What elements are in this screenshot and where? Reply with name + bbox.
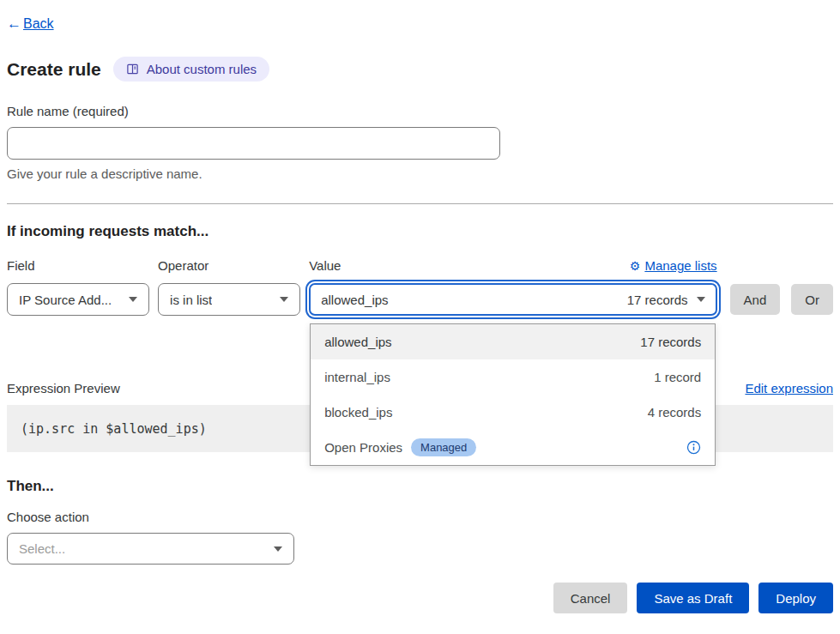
operator-select[interactable]: is in list (158, 283, 300, 316)
manage-lists-label: Manage lists (644, 258, 716, 273)
dropdown-option-allowed-ips[interactable]: allowed_ips 17 records (311, 324, 715, 359)
info-icon[interactable] (686, 440, 701, 455)
field-select-value: IP Source Add... (19, 293, 112, 307)
title-row: Create rule About custom rules (7, 57, 833, 82)
manage-lists-link[interactable]: ⚙ Manage lists (630, 258, 717, 273)
list-record-count: 4 records (648, 405, 702, 420)
value-dropdown-panel: allowed_ips 17 records internal_ips 1 re… (310, 323, 716, 466)
cancel-button[interactable]: Cancel (553, 583, 628, 613)
list-record-count: 17 records (640, 335, 701, 349)
expression-preview-label: Expression Preview (7, 381, 120, 395)
then-section-heading: Then... (7, 478, 833, 495)
back-link[interactable]: ← Back (7, 15, 54, 33)
list-name-group: Open Proxies Managed (324, 438, 476, 456)
list-name: Open Proxies (324, 440, 402, 455)
managed-badge: Managed (411, 438, 476, 456)
rule-name-label: Rule name (required) (7, 104, 833, 118)
or-button[interactable]: Or (791, 284, 833, 315)
value-select-record-count: 17 records (627, 293, 688, 307)
list-name: internal_ips (324, 370, 390, 384)
value-select-value: allowed_ips (321, 293, 388, 307)
back-link-label: Back (23, 16, 54, 32)
list-name: allowed_ips (324, 335, 391, 349)
value-select[interactable]: allowed_ips 17 records (309, 283, 716, 316)
footer-actions: Cancel Save as Draft Deploy (7, 583, 833, 613)
save-as-draft-button[interactable]: Save as Draft (637, 583, 749, 613)
book-icon (126, 63, 139, 75)
create-rule-page: ← Back Create rule About custom rules Ru… (0, 0, 840, 613)
and-button[interactable]: And (730, 284, 781, 315)
match-condition-row: Field IP Source Add... Operator is in li… (7, 258, 833, 316)
operator-column: Operator is in list (158, 258, 300, 316)
page-title: Create rule (7, 59, 101, 80)
chevron-down-icon (129, 297, 137, 302)
back-arrow-icon: ← (7, 15, 21, 33)
chevron-down-icon (280, 297, 288, 302)
value-label: Value (309, 258, 341, 273)
dropdown-option-open-proxies[interactable]: Open Proxies Managed (311, 430, 715, 465)
deploy-button[interactable]: Deploy (758, 583, 833, 613)
list-name: blocked_ips (324, 405, 392, 420)
choose-action-label: Choose action (7, 510, 833, 524)
dropdown-option-internal-ips[interactable]: internal_ips 1 record (311, 359, 715, 395)
value-select-meta-group: 17 records (627, 293, 705, 307)
gear-icon: ⚙ (630, 259, 641, 273)
about-custom-rules-label: About custom rules (147, 62, 257, 76)
expression-code: (ip.src in $allowed_ips) (21, 421, 207, 437)
about-custom-rules-link[interactable]: About custom rules (113, 57, 269, 82)
edit-expression-link[interactable]: Edit expression (745, 381, 833, 395)
value-label-row: Value ⚙ Manage lists (309, 258, 716, 273)
section-divider (7, 203, 833, 204)
chevron-down-icon (697, 297, 705, 302)
match-section-heading: If incoming requests match... (7, 223, 833, 240)
chevron-down-icon (274, 546, 282, 552)
field-select[interactable]: IP Source Add... (7, 283, 149, 316)
action-select[interactable]: Select... (7, 533, 294, 565)
value-column: Value ⚙ Manage lists allowed_ips 17 reco… (309, 258, 716, 316)
rule-name-input[interactable] (7, 127, 500, 160)
operator-select-value: is in list (170, 293, 212, 307)
list-record-count: 1 record (654, 370, 701, 384)
rule-name-helper-text: Give your rule a descriptive name. (7, 166, 833, 181)
action-select-placeholder: Select... (19, 541, 65, 556)
field-column: Field IP Source Add... (7, 258, 149, 316)
field-label: Field (7, 258, 149, 273)
operator-label: Operator (158, 258, 300, 273)
dropdown-option-blocked-ips[interactable]: blocked_ips 4 records (311, 395, 715, 430)
back-row: ← Back (7, 15, 833, 33)
